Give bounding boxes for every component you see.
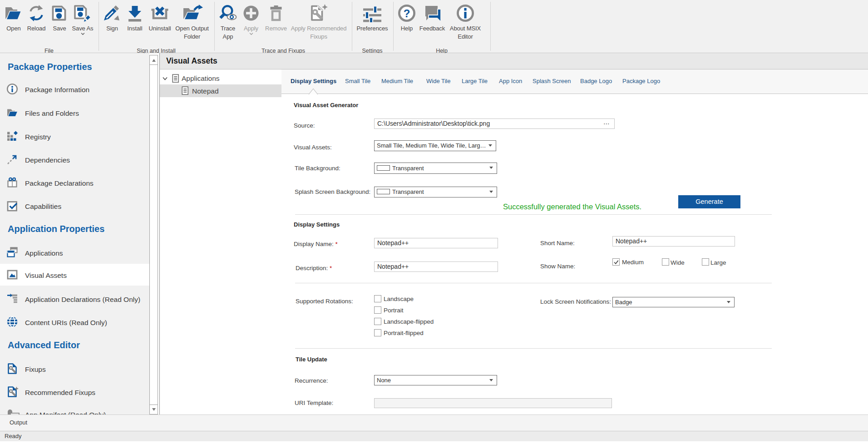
svg-text:?: ? [404,7,410,20]
